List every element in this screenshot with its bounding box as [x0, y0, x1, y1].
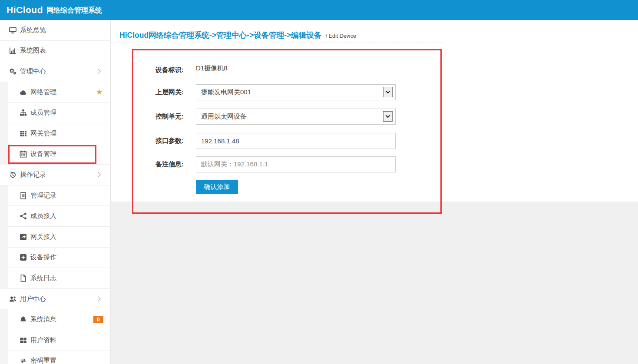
- sidebar-item-device-management[interactable]: 设备管理: [0, 144, 110, 165]
- sidebar-item-label: 系统消息: [30, 315, 56, 324]
- sidebar-item-label: 网关管理: [30, 129, 56, 138]
- upper-gateway-select[interactable]: 捷能发电网关001: [196, 84, 396, 100]
- sidebar-item-label: 设备操作: [30, 253, 56, 261]
- chevron-right-icon: [96, 172, 100, 177]
- grid-icon: [20, 130, 27, 137]
- reset-arrows-icon: [20, 357, 27, 364]
- sidebar-item-system-overview[interactable]: 系统总览: [0, 20, 110, 41]
- breadcrumb-path[interactable]: HiCloud网络综合管理系统->管理中心->设备管理->编辑设备: [119, 31, 321, 40]
- sidebar-item-member-access[interactable]: 成员接入: [0, 206, 110, 227]
- confirm-add-button[interactable]: 确认添加: [196, 180, 238, 194]
- sidebar-item-password-reset[interactable]: 密码重置: [0, 351, 110, 364]
- submenu-indent-strip: [0, 248, 8, 268]
- breadcrumb-divider: [111, 43, 443, 43]
- submenu-indent-strip: [0, 206, 8, 227]
- submenu-indent-strip: [0, 144, 8, 165]
- form-row-interface-params: 接口参数:: [111, 132, 396, 149]
- bar-chart-icon: [9, 47, 17, 54]
- sidebar-item-system-charts[interactable]: 系统图表: [0, 41, 110, 62]
- bell-icon: [20, 316, 27, 323]
- sidebar-item-label: 网络管理: [30, 88, 56, 96]
- interface-params-input[interactable]: [196, 133, 396, 149]
- select-arrow-button[interactable]: [383, 111, 393, 122]
- sidebar-item-label: 网关接入: [30, 233, 56, 241]
- sidebar-item-label: 管理记录: [30, 192, 56, 200]
- submenu-indent-strip: [0, 227, 8, 248]
- document-lines-icon: [20, 192, 27, 199]
- sidebar-item-label: 系统日志: [30, 274, 56, 282]
- submenu-indent-strip: [0, 123, 8, 144]
- th-large-icon: [20, 337, 27, 344]
- history-icon: [9, 171, 17, 179]
- notification-badge: 0: [93, 316, 103, 323]
- chevron-down-icon: [385, 90, 390, 94]
- sidebar-item-label: 操作记录: [20, 171, 46, 179]
- submenu-indent-strip: [0, 103, 8, 123]
- app-page: HiCloud 网络综合管理系统 系统总览 系统图表 管理中心: [0, 0, 638, 364]
- field-label: 接口参数:: [111, 137, 184, 145]
- plus-square-icon: [20, 254, 27, 261]
- sidebar-item-label: 用户中心: [20, 295, 46, 303]
- users-icon: [9, 295, 17, 303]
- sidebar-item-label: 用户资料: [30, 336, 56, 344]
- panel-top-border: [442, 55, 636, 55]
- sidebar-item-management-center[interactable]: 管理中心: [0, 61, 110, 82]
- submenu-indent-strip: [0, 309, 8, 330]
- sidebar-item-member-management[interactable]: 成员管理: [0, 103, 110, 123]
- select-arrow-button[interactable]: [383, 87, 393, 97]
- calendar-icon: [20, 150, 27, 158]
- sidebar-item-device-operation[interactable]: 设备操作: [0, 248, 110, 268]
- submenu-indent-strip: [0, 185, 8, 206]
- device-id-value: D1摄像机8: [196, 64, 228, 73]
- sidebar-item-label: 系统图表: [20, 46, 46, 55]
- field-label: 上层网关:: [111, 88, 184, 96]
- content-background: [111, 202, 638, 364]
- sidebar-item-gateway-access[interactable]: 网关接入: [0, 227, 110, 248]
- sidebar-item-management-records[interactable]: 管理记录: [0, 185, 110, 206]
- field-label: 设备标识:: [111, 66, 184, 74]
- sidebar-item-gateway-management[interactable]: 网关管理: [0, 123, 110, 144]
- main-content: HiCloud网络综合管理系统->管理中心->设备管理->编辑设备 / Edit…: [111, 20, 638, 364]
- cloud-icon: [20, 89, 27, 96]
- sidebar-item-operation-records[interactable]: 操作记录: [0, 165, 110, 185]
- sidebar-item-label: 密码重置: [30, 357, 56, 364]
- share-square-icon: [20, 233, 27, 241]
- form-row-remark: 备注信息:: [111, 156, 396, 172]
- selected-option: 捷能发电网关001: [201, 88, 383, 96]
- remark-input[interactable]: [196, 156, 396, 172]
- sidebar: 系统总览 系统图表 管理中心 网络管理 ★: [0, 20, 111, 364]
- submenu-indent-strip: [0, 351, 8, 364]
- sidebar-item-system-messages[interactable]: 系统消息 0: [0, 309, 110, 330]
- submenu-indent-strip: [0, 82, 8, 103]
- sidebar-item-label: 系统总览: [20, 26, 46, 34]
- chevron-right-icon: [96, 296, 100, 301]
- submenu-indent-strip: [0, 268, 8, 289]
- star-icon: ★: [96, 88, 103, 96]
- sidebar-item-label: 设备管理: [30, 150, 56, 158]
- sidebar-item-system-logs[interactable]: 系统日志: [0, 268, 110, 289]
- file-icon: [20, 275, 27, 282]
- form-row-control-unit: 控制单元: 通用以太网设备: [111, 108, 396, 125]
- sidebar-item-user-center[interactable]: 用户中心: [0, 289, 110, 310]
- form-row-upper-gateway: 上层网关: 捷能发电网关001: [111, 84, 396, 100]
- breadcrumb-subtitle: / Edit Device: [326, 33, 356, 39]
- chevron-right-icon: [96, 69, 100, 74]
- sidebar-item-user-profile[interactable]: 用户资料: [0, 330, 110, 351]
- share-nodes-icon: [20, 212, 27, 220]
- control-unit-select[interactable]: 通用以太网设备: [196, 109, 396, 125]
- chevron-down-icon: [385, 115, 390, 118]
- gears-icon: [9, 68, 17, 75]
- form-row-device-id: 设备标识: D1摄像机8: [111, 62, 228, 78]
- sidebar-item-network-management[interactable]: 网络管理 ★: [0, 82, 110, 103]
- top-bar: HiCloud 网络综合管理系统: [0, 0, 638, 20]
- breadcrumb: HiCloud网络综合管理系统->管理中心->设备管理->编辑设备 / Edit…: [119, 30, 356, 40]
- field-label: 控制单元:: [111, 113, 184, 121]
- submenu-indent-strip: [0, 330, 8, 351]
- sitemap-icon: [20, 109, 27, 116]
- sidebar-item-label: 成员接入: [30, 212, 56, 220]
- field-label: 备注信息:: [111, 160, 184, 169]
- product-name: 网络综合管理系统: [46, 5, 102, 15]
- brand-logo: HiCloud: [7, 5, 43, 15]
- sidebar-item-label: 成员管理: [30, 109, 56, 117]
- desktop-icon: [9, 26, 17, 34]
